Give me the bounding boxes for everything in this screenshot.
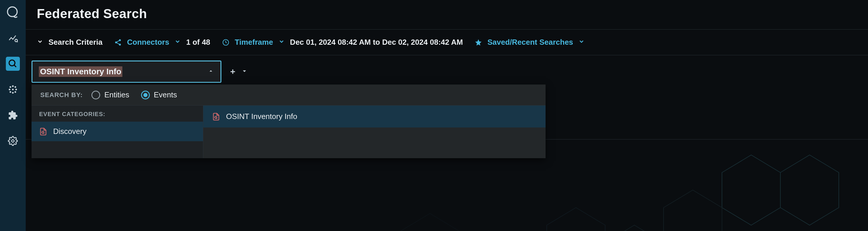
categories-header: EVENT CATEGORIES: [32,106,203,122]
connectors-label: Connectors [127,38,169,47]
caret-up-icon [208,68,214,76]
event-type-value: OSINT Inventory Info [39,66,122,77]
category-item-discovery[interactable]: Discovery [32,122,203,141]
search-criteria-label: Search Criteria [49,38,102,47]
dropdown-header: SEARCH BY: Entities Events [32,85,546,106]
svg-point-14 [115,41,117,43]
svg-point-11 [14,91,17,93]
connectors-control[interactable]: Connectors 1 of 48 [114,38,210,47]
file-search-icon [39,127,47,136]
radio-entities-label: Entities [104,90,129,99]
chevron-down-icon [278,38,285,47]
chevron-down-icon [37,38,43,47]
svg-marker-19 [722,155,780,225]
categories-column: EVENT CATEGORIES: Discovery [32,106,203,158]
results-column: OSINT Inventory Info [203,106,546,158]
search-criteria-toggle[interactable]: Search Criteria [37,38,102,47]
radio-entities[interactable]: Entities [91,90,129,99]
svg-point-12 [12,140,14,142]
nav-analytics[interactable] [6,31,20,45]
criteria-row: Search Criteria Connectors 1 of 48 Timef… [26,30,868,55]
chevron-down-icon [578,38,585,47]
event-type-dropdown: SEARCH BY: Entities Events EVENT CATEGOR… [32,85,546,158]
category-label: Discovery [53,127,87,136]
svg-marker-25 [401,213,459,231]
search-by-radio-group: Entities Events [91,90,177,99]
saved-searches-label: Saved/Recent Searches [488,38,573,47]
svg-point-9 [14,86,17,88]
main-content: Federated Search Search Criteria Connect… [26,0,868,231]
logo-icon[interactable] [6,5,20,19]
title-bar: Federated Search [26,0,868,29]
svg-marker-23 [547,208,605,231]
saved-searches-control[interactable]: Saved/Recent Searches [474,38,585,47]
svg-point-2 [9,60,15,66]
timeframe-value: Dec 01, 2024 08:42 AM to Dec 02, 2024 08… [290,38,463,47]
svg-point-8 [10,86,11,88]
svg-point-0 [8,7,17,17]
radio-icon [91,91,100,99]
nav-settings[interactable] [6,134,20,148]
search-by-label: SEARCH BY: [40,91,83,99]
svg-point-10 [10,91,11,93]
svg-point-7 [16,89,17,90]
radio-events[interactable]: Events [141,90,177,99]
add-clause-button[interactable] [229,67,248,76]
radio-events-label: Events [154,90,177,99]
nav-graph[interactable] [6,83,20,96]
svg-point-3 [12,89,14,90]
connectors-count: 1 of 48 [186,38,210,47]
result-item-osint-inventory[interactable]: OSINT Inventory Info [203,106,546,127]
query-builder: OSINT Inventory Info SEARCH BY: Enti [26,55,868,83]
svg-marker-20 [780,155,839,225]
clock-icon [222,38,229,46]
file-search-icon [212,113,220,121]
page-title: Federated Search [37,6,857,21]
timeframe-control[interactable]: Timeframe Dec 01, 2024 08:42 AM to Dec 0… [222,38,463,47]
chevron-down-icon [174,38,181,47]
star-icon [474,38,482,46]
share-icon [114,38,122,46]
nav-integrations[interactable] [6,108,20,122]
svg-point-15 [119,44,121,46]
nav-search[interactable] [6,57,20,71]
caret-down-icon [241,67,248,76]
result-label: OSINT Inventory Info [226,112,297,121]
svg-marker-21 [663,190,722,231]
svg-point-6 [9,89,10,90]
svg-point-4 [12,85,14,87]
event-type-selector[interactable]: OSINT Inventory Info [32,60,221,83]
radio-icon [141,91,150,99]
svg-marker-22 [605,225,663,231]
timeframe-label: Timeframe [235,38,273,47]
svg-point-5 [12,92,14,94]
svg-point-13 [119,39,121,41]
nav-rail [0,0,26,231]
